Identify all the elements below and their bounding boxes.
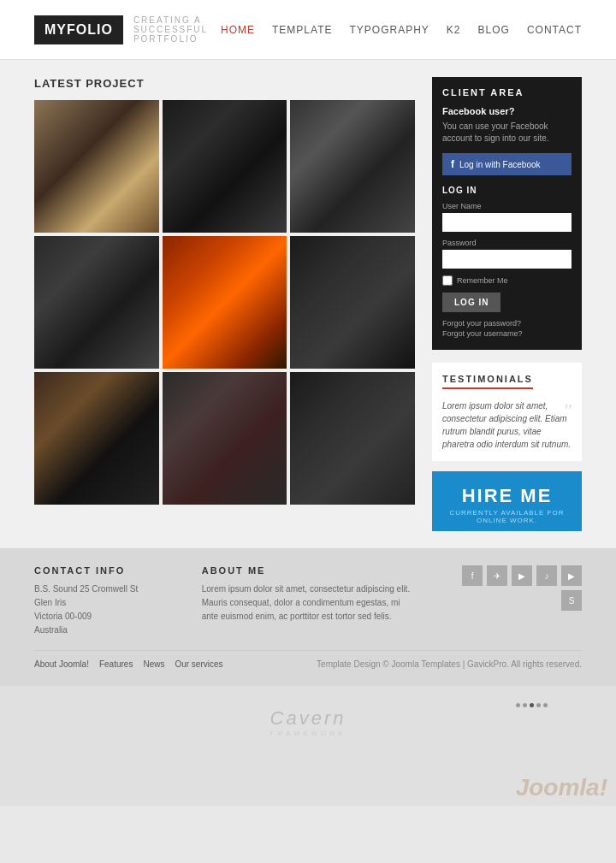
twitter-social-icon[interactable]: ✈ bbox=[487, 565, 507, 586]
left-content: LATEST PROJECT bbox=[34, 77, 415, 531]
logo[interactable]: MYFOLIO bbox=[34, 15, 123, 44]
main-nav: HOMETEMPLATETYPOGRAPHYK2BLOGCONTACT bbox=[221, 24, 582, 36]
nav-item-home[interactable]: HOME bbox=[221, 24, 255, 36]
hire-me-text: HIRE ME bbox=[441, 485, 573, 507]
footer-link-about-joomla![interactable]: About Joomla! bbox=[34, 659, 89, 669]
portfolio-item-7[interactable] bbox=[34, 372, 159, 505]
nav-item-blog[interactable]: BLOG bbox=[478, 24, 510, 36]
music-social-icon[interactable]: ♪ bbox=[536, 565, 557, 586]
footer-links: About Joomla!FeaturesNewsOur services bbox=[34, 659, 223, 669]
testimonials-title: TESTIMONIALS bbox=[442, 374, 533, 389]
dot-2 bbox=[523, 703, 527, 707]
contact-info-title: CONTACT INFO bbox=[34, 565, 176, 576]
nav-item-template[interactable]: TEMPLATE bbox=[272, 24, 332, 36]
testimonial-text: " Lorem ipsum dolor sit amet, consectetu… bbox=[442, 399, 572, 451]
portfolio-item-9[interactable] bbox=[290, 372, 415, 505]
dot-4 bbox=[536, 703, 541, 707]
dot-1 bbox=[516, 703, 520, 707]
footer-link-our-services[interactable]: Our services bbox=[175, 659, 222, 669]
about-me-title: ABOUT ME bbox=[202, 565, 415, 576]
nav-item-typography[interactable]: TYPOGRAPHY bbox=[349, 24, 429, 36]
copyright: Template Design © Joomla Templates | Gav… bbox=[317, 659, 582, 669]
dot-5 bbox=[543, 703, 548, 707]
forgot-username-link[interactable]: Forgot your username? bbox=[442, 329, 572, 338]
contact-address: B.S. Sound 25 Cromwell St Glen Iris Vict… bbox=[34, 582, 176, 637]
client-area-title: CLIENT AREA bbox=[442, 87, 572, 98]
joomla-watermark: Joomla! bbox=[516, 774, 607, 801]
portfolio-item-4[interactable] bbox=[34, 236, 159, 369]
portfolio-grid bbox=[34, 100, 415, 505]
right-sidebar: CLIENT AREA Facebook user? You can use y… bbox=[432, 77, 582, 531]
main-wrapper: LATEST PROJECT CLIENT AREA Facebook user… bbox=[0, 60, 616, 548]
youtube-social-icon[interactable]: ▶ bbox=[561, 565, 582, 586]
bottom-area: Cavern FRAMEWORK Joomla! bbox=[0, 686, 616, 806]
facebook-social-icon[interactable]: f bbox=[462, 565, 483, 586]
facebook-icon: f bbox=[451, 158, 454, 170]
footer-link-features[interactable]: Features bbox=[99, 659, 133, 669]
facebook-login-button[interactable]: f Log in with Facebook bbox=[442, 153, 572, 175]
header: MYFOLIO CREATING A SUCCESSFUL PORTFOLIO … bbox=[0, 0, 616, 60]
testimonials-section: TESTIMONIALS " Lorem ipsum dolor sit ame… bbox=[432, 363, 582, 461]
username-input[interactable] bbox=[442, 213, 572, 232]
hire-me-button[interactable]: HIRE ME CURRENTLY AVAILABLE FOR ONLINE W… bbox=[432, 471, 582, 531]
contact-info-column: CONTACT INFO B.S. Sound 25 Cromwell St G… bbox=[34, 565, 176, 637]
portfolio-item-1[interactable] bbox=[34, 100, 159, 233]
remember-checkbox[interactable] bbox=[442, 275, 453, 286]
login-button[interactable]: LOG IN bbox=[442, 293, 500, 312]
client-area: CLIENT AREA Facebook user? You can use y… bbox=[432, 77, 582, 350]
about-me-column: ABOUT ME Lorem ipsum dolor sit amet, con… bbox=[202, 565, 415, 637]
password-input[interactable] bbox=[442, 250, 572, 269]
portfolio-item-8[interactable] bbox=[163, 372, 287, 505]
forgot-password-link[interactable]: Forgot your password? bbox=[442, 319, 572, 328]
about-me-text: Lorem ipsum dolor sit amet, consectetur … bbox=[202, 582, 415, 624]
quote-open-icon: " bbox=[563, 395, 572, 426]
portfolio-item-2[interactable] bbox=[163, 100, 287, 233]
dot-3 bbox=[530, 703, 534, 707]
portfolio-item-5[interactable] bbox=[163, 236, 287, 369]
vimeo-social-icon[interactable]: ▶ bbox=[512, 565, 532, 586]
nav-item-k2[interactable]: K2 bbox=[447, 24, 461, 36]
testimonial-content: Lorem ipsum dolor sit amet, consectetur … bbox=[442, 401, 571, 449]
footer-link-news[interactable]: News bbox=[143, 659, 164, 669]
login-title: LOG IN bbox=[442, 186, 572, 195]
remember-label: Remember Me bbox=[457, 276, 508, 285]
fb-question: Facebook user? bbox=[442, 106, 572, 116]
cavern-logo: Cavern bbox=[34, 707, 582, 730]
portfolio-item-6[interactable] bbox=[290, 236, 415, 369]
cavern-subtitle: FRAMEWORK bbox=[34, 730, 582, 737]
password-label: Password bbox=[442, 239, 572, 247]
social-icons: f✈▶♪▶S bbox=[440, 565, 582, 611]
hire-me-subtitle: CURRENTLY AVAILABLE FOR ONLINE WORK. bbox=[441, 509, 573, 524]
fb-desc: You can use your Facebook account to sig… bbox=[442, 121, 572, 145]
social-column: f✈▶♪▶S bbox=[440, 565, 582, 637]
footer: CONTACT INFO B.S. Sound 25 Cromwell St G… bbox=[0, 548, 616, 686]
footer-columns: CONTACT INFO B.S. Sound 25 Cromwell St G… bbox=[34, 565, 582, 637]
nav-item-contact[interactable]: CONTACT bbox=[527, 24, 582, 36]
remember-row: Remember Me bbox=[442, 275, 572, 286]
portfolio-item-3[interactable] bbox=[290, 100, 415, 233]
latest-project-title: LATEST PROJECT bbox=[34, 77, 415, 90]
fb-button-label: Log in with Facebook bbox=[459, 160, 541, 169]
footer-bottom: About Joomla!FeaturesNewsOur services Te… bbox=[34, 650, 582, 669]
username-label: User Name bbox=[442, 202, 572, 210]
skype-social-icon[interactable]: S bbox=[561, 590, 582, 611]
tagline: CREATING A SUCCESSFUL PORTFOLIO bbox=[133, 15, 221, 44]
logo-area: MYFOLIO CREATING A SUCCESSFUL PORTFOLIO bbox=[34, 15, 221, 44]
